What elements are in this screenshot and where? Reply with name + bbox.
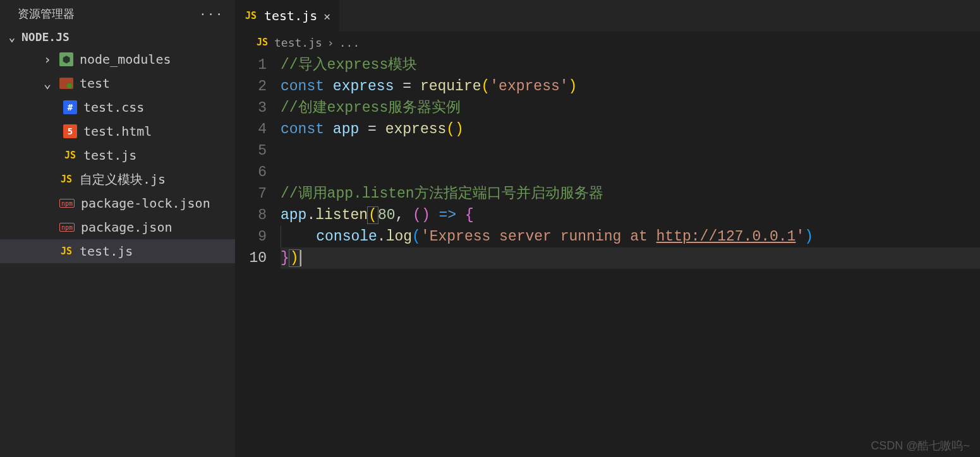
- tree-item-label: test: [80, 76, 110, 91]
- tree-item[interactable]: ⌄test: [0, 71, 235, 95]
- explorer-title: 资源管理器: [18, 6, 75, 21]
- tree-item-label: test.css: [83, 100, 144, 115]
- line-number: 10: [235, 247, 267, 269]
- html-icon: 5: [63, 124, 77, 138]
- line-number: 7: [235, 183, 267, 205]
- json-icon: npm: [59, 199, 75, 208]
- json-icon: npm: [59, 223, 75, 232]
- tree-item-label: package-lock.json: [81, 196, 210, 211]
- tab-bar: JS test.js ✕: [235, 0, 980, 32]
- line-number: 5: [235, 140, 267, 162]
- breadcrumb[interactable]: JS test.js › ...: [235, 32, 980, 53]
- code-line[interactable]: //导入express模块: [281, 54, 980, 76]
- line-number: 1: [235, 54, 267, 76]
- code-line[interactable]: //调用app.listen方法指定端口号并启动服务器: [281, 183, 980, 205]
- code-line[interactable]: console.log('Express server running at h…: [281, 226, 980, 247]
- js-icon: JS: [63, 148, 77, 162]
- js-icon: JS: [59, 172, 73, 186]
- tree-item[interactable]: ›⬢node_modules: [0, 47, 235, 71]
- file-tree: ›⬢node_modules⌄test#test.css5test.htmlJS…: [0, 46, 235, 263]
- tree-item[interactable]: 5test.html: [0, 119, 235, 143]
- chevron-icon: ⌄: [42, 76, 53, 91]
- js-icon: JS: [59, 244, 73, 258]
- close-icon[interactable]: ✕: [324, 9, 330, 23]
- js-icon: JS: [255, 35, 269, 49]
- tree-item[interactable]: #test.css: [0, 95, 235, 119]
- line-number: 8: [235, 205, 267, 226]
- line-number: 2: [235, 76, 267, 97]
- code-line[interactable]: const app = express(): [281, 119, 980, 140]
- tree-item-label: test.js: [83, 148, 136, 163]
- code-line[interactable]: [281, 162, 980, 183]
- tree-item-label: 自定义模块.js: [80, 171, 166, 188]
- line-number-gutter: 12345678910: [235, 54, 281, 269]
- code-content[interactable]: //导入express模块const express = require('ex…: [281, 54, 980, 269]
- tree-item[interactable]: JStest.js: [0, 239, 235, 263]
- tree-item[interactable]: JStest.js: [0, 143, 235, 167]
- line-number: 3: [235, 97, 267, 119]
- tab-label: test.js: [264, 8, 317, 23]
- tree-item-label: package.json: [81, 220, 172, 235]
- explorer-sidebar: 资源管理器 ··· ⌄ NODE.JS ›⬢node_modules⌄test#…: [0, 0, 235, 457]
- chevron-right-icon: ›: [327, 36, 334, 49]
- tree-item-label: node_modules: [80, 52, 171, 67]
- code-line[interactable]: app.listen(80, () => {: [281, 205, 980, 226]
- project-header[interactable]: ⌄ NODE.JS: [0, 28, 235, 46]
- project-name: NODE.JS: [21, 30, 70, 44]
- code-area[interactable]: 12345678910 //导入express模块const express =…: [235, 53, 980, 269]
- code-line[interactable]: [281, 140, 980, 162]
- explorer-title-row: 资源管理器 ···: [0, 0, 235, 28]
- line-number: 4: [235, 119, 267, 140]
- line-number: 9: [235, 226, 267, 247]
- code-line[interactable]: }): [281, 247, 980, 269]
- tree-item[interactable]: npmpackage-lock.json: [0, 191, 235, 215]
- chevron-icon: ›: [42, 52, 53, 67]
- folder-icon: [59, 78, 73, 89]
- tree-item[interactable]: npmpackage.json: [0, 215, 235, 239]
- text-cursor: [300, 250, 301, 266]
- more-icon[interactable]: ···: [199, 8, 224, 21]
- breadcrumb-tail: ...: [339, 36, 360, 49]
- code-line[interactable]: const express = require('express'): [281, 76, 980, 97]
- chevron-down-icon: ⌄: [6, 30, 18, 44]
- node-icon: ⬢: [59, 52, 73, 66]
- tab-test-js[interactable]: JS test.js ✕: [235, 0, 339, 32]
- code-line[interactable]: //创建express服务器实例: [281, 97, 980, 119]
- watermark: CSDN @酷七嗷呜~: [871, 438, 970, 453]
- tree-item-label: test.js: [80, 244, 133, 259]
- line-number: 6: [235, 162, 267, 183]
- tree-item[interactable]: JS自定义模块.js: [0, 167, 235, 191]
- breadcrumb-file: test.js: [274, 36, 322, 49]
- css-icon: #: [63, 100, 77, 114]
- editor-area: JS test.js ✕ JS test.js › ... 1234567891…: [235, 0, 980, 457]
- tree-item-label: test.html: [83, 124, 152, 139]
- js-icon: JS: [244, 9, 258, 23]
